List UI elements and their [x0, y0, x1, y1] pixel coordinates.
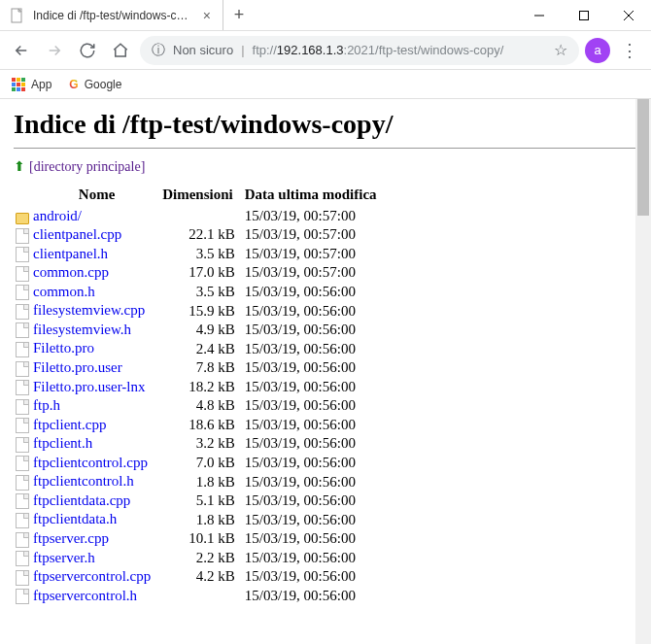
- insecure-label: Non sicuro: [173, 43, 233, 57]
- file-link[interactable]: ftpclientdata.cpp: [33, 492, 130, 508]
- file-icon: [16, 418, 29, 433]
- forward-button[interactable]: [41, 37, 68, 64]
- home-button[interactable]: [107, 37, 134, 64]
- scrollbar-thumb[interactable]: [637, 99, 649, 216]
- table-row: clientpanel.h3.5 kB15/03/19, 00:57:00: [14, 245, 387, 264]
- table-row: ftpclient.h3.2 kB15/03/19, 00:56:00: [14, 434, 387, 454]
- table-row: ftpservercontrol.h15/03/19, 00:56:00: [14, 587, 387, 606]
- parent-label: [directory principale]: [29, 159, 145, 175]
- separator: |: [241, 43, 244, 57]
- cell-size: 1.8 kB: [160, 472, 243, 491]
- cell-date: 15/03/19, 00:56:00: [243, 301, 387, 321]
- google-bookmark[interactable]: G Google: [69, 78, 121, 91]
- file-link[interactable]: ftpclientdata.h: [33, 511, 117, 526]
- reload-button[interactable]: [74, 37, 101, 64]
- file-link[interactable]: ftpserver.h: [33, 550, 95, 565]
- table-row: Filetto.pro2.4 kB15/03/19, 00:56:00: [14, 339, 387, 358]
- folder-icon: [16, 213, 29, 224]
- cell-size: 4.2 kB: [160, 567, 243, 587]
- cell-date: 15/03/19, 00:57:00: [243, 225, 387, 245]
- info-icon[interactable]: ⓘ: [152, 42, 165, 59]
- table-row: common.h3.5 kB15/03/19, 00:56:00: [14, 283, 387, 302]
- apps-grid-icon: [12, 78, 25, 91]
- file-link[interactable]: clientpanel.h: [33, 246, 108, 261]
- toolbar: ⓘ Non sicuro | ftp://192.168.1.3:2021/ft…: [0, 31, 651, 70]
- scrollbar[interactable]: [635, 99, 651, 644]
- file-link[interactable]: ftpclientcontrol.cpp: [33, 455, 148, 470]
- table-row: android/15/03/19, 00:57:00: [14, 207, 387, 225]
- browser-tab[interactable]: Indice di /ftp-test/windows-copy ×: [0, 0, 223, 30]
- close-tab-icon[interactable]: ×: [201, 8, 213, 23]
- cell-name: clientpanel.cpp: [14, 225, 160, 245]
- file-link[interactable]: common.h: [33, 284, 95, 299]
- cell-size: 7.0 kB: [160, 454, 243, 473]
- maximize-button[interactable]: [562, 0, 606, 30]
- cell-date: 15/03/19, 00:56:00: [243, 549, 387, 568]
- cell-name: ftpclient.h: [14, 434, 160, 454]
- file-link[interactable]: clientpanel.cpp: [33, 226, 121, 242]
- file-link[interactable]: Filetto.pro.user-lnx: [33, 379, 146, 394]
- file-link[interactable]: android/: [33, 208, 82, 223]
- back-button[interactable]: [8, 37, 35, 64]
- file-link[interactable]: ftpclient.cpp: [33, 417, 106, 432]
- file-icon: [16, 361, 29, 377]
- file-link[interactable]: ftp.h: [33, 397, 60, 413]
- new-tab-button[interactable]: +: [223, 0, 255, 30]
- cell-date: 15/03/19, 00:56:00: [243, 472, 387, 491]
- cell-date: 15/03/19, 00:56:00: [243, 378, 387, 397]
- file-icon: [16, 342, 29, 357]
- file-link[interactable]: filesystemview.h: [33, 322, 131, 337]
- svg-rect-2: [580, 11, 589, 19]
- cell-name: common.cpp: [14, 263, 160, 283]
- parent-directory-link[interactable]: ⬆ [directory principale]: [14, 158, 637, 175]
- cell-name: ftpclientcontrol.h: [14, 472, 160, 491]
- cell-size: 15.9 kB: [160, 301, 243, 321]
- page-title: Indice di /ftp-test/windows-copy/: [14, 109, 637, 140]
- apps-shortcut[interactable]: App: [12, 78, 51, 91]
- table-row: clientpanel.cpp22.1 kB15/03/19, 00:57:00: [14, 225, 387, 245]
- file-link[interactable]: Filetto.pro.user: [33, 359, 122, 375]
- table-row: common.cpp17.0 kB15/03/19, 00:57:00: [14, 263, 387, 283]
- file-link[interactable]: ftpserver.cpp: [33, 530, 109, 546]
- file-icon: [16, 589, 29, 604]
- cell-size: 4.9 kB: [160, 321, 243, 340]
- google-label: Google: [85, 78, 122, 91]
- profile-avatar[interactable]: a: [585, 38, 610, 63]
- col-date: Data ultima modifica: [243, 185, 387, 207]
- cell-size: 2.2 kB: [160, 549, 243, 568]
- file-icon: [16, 266, 29, 282]
- file-icon: [16, 437, 29, 453]
- file-link[interactable]: filesystemview.cpp: [33, 302, 145, 318]
- cell-name: ftpclient.cpp: [14, 416, 160, 435]
- cell-name: clientpanel.h: [14, 245, 160, 264]
- cell-size: 1.8 kB: [160, 510, 243, 529]
- cell-size: 2.4 kB: [160, 339, 243, 358]
- file-icon: [16, 456, 29, 471]
- cell-date: 15/03/19, 00:56:00: [243, 358, 387, 378]
- file-link[interactable]: ftpclient.h: [33, 435, 92, 451]
- bookmarks-bar: App G Google: [0, 70, 651, 99]
- cell-name: Filetto.pro: [14, 339, 160, 358]
- table-row: filesystemview.h4.9 kB15/03/19, 00:56:00: [14, 321, 387, 340]
- kebab-menu-icon[interactable]: ⋮: [616, 40, 643, 61]
- file-icon: [16, 322, 29, 338]
- up-arrow-icon: ⬆: [14, 158, 25, 175]
- cell-name: common.h: [14, 283, 160, 302]
- bookmark-star-icon[interactable]: ☆: [554, 41, 567, 59]
- file-link[interactable]: ftpclientcontrol.h: [33, 473, 134, 489]
- cell-size: 3.2 kB: [160, 434, 243, 454]
- minimize-button[interactable]: [517, 0, 562, 30]
- address-bar[interactable]: ⓘ Non sicuro | ftp://192.168.1.3:2021/ft…: [140, 36, 579, 65]
- cell-name: ftpclientdata.cpp: [14, 491, 160, 511]
- cell-size: 18.2 kB: [160, 378, 243, 397]
- file-link[interactable]: Filetto.pro: [33, 340, 94, 356]
- file-link[interactable]: common.cpp: [33, 264, 109, 280]
- cell-date: 15/03/19, 00:56:00: [243, 321, 387, 340]
- file-listing-table: Nome Dimensioni Data ultima modifica and…: [14, 185, 387, 605]
- file-link[interactable]: ftpservercontrol.h: [33, 588, 137, 603]
- file-link[interactable]: ftpservercontrol.cpp: [33, 568, 151, 584]
- file-icon: [16, 513, 29, 528]
- cell-date: 15/03/19, 00:56:00: [243, 283, 387, 302]
- table-row: ftpserver.cpp10.1 kB15/03/19, 00:56:00: [14, 529, 387, 549]
- close-window-button[interactable]: [606, 0, 651, 30]
